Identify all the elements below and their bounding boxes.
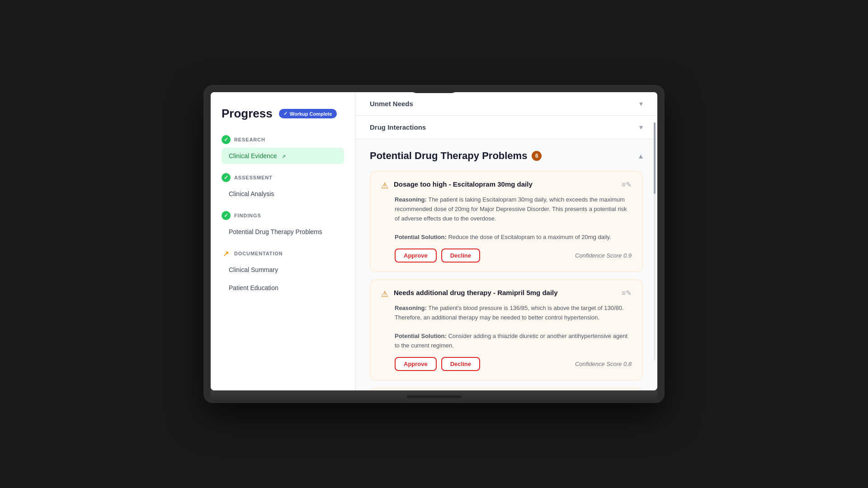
sidebar: Progress ✓ Workup Complete ✓ RESEARCH Cl…	[211, 92, 355, 390]
progress-title: Progress	[222, 107, 273, 121]
problem-actions-2: Approve Decline Confidence Score 0.8	[395, 357, 632, 371]
warning-icon-1: ⚠	[381, 181, 388, 191]
check-icon: ✓	[283, 111, 288, 117]
confidence-score-2: Confidence Score 0.8	[575, 361, 632, 367]
solution-label-1: Potential Solution:	[395, 234, 448, 240]
sidebar-item-patient-education[interactable]: Patient Education	[222, 280, 344, 296]
laptop-notch	[411, 85, 457, 93]
sidebar-header: Progress ✓ Workup Complete	[222, 107, 344, 121]
problem-actions-1: Approve Decline Confidence Score 0.9	[395, 249, 632, 263]
findings-check-icon: ✓	[222, 211, 231, 220]
problems-section: Potential Drug Therapy Problems 6 ▴ ⚠ Do…	[355, 139, 657, 390]
problem-title-1: Dosage too high - Escitalopram 30mg dail…	[394, 180, 616, 188]
sidebar-item-clinical-analysis[interactable]: Clinical Analysis	[222, 186, 344, 202]
problem-card-2: ⚠ Needs additional drug therapy - Ramipr…	[370, 279, 643, 380]
scrollbar-track[interactable]	[654, 122, 656, 361]
section-label-research: ✓ RESEARCH	[222, 135, 344, 144]
solution-label-2: Potential Solution:	[395, 333, 448, 339]
workup-label: Workup Complete	[290, 111, 332, 117]
documentation-arrow-icon: ↗	[222, 249, 231, 258]
nav-section-assessment: ✓ ASSESSMENT Clinical Analysis	[222, 173, 344, 202]
laptop-base	[211, 390, 657, 403]
problem-body-1: Reasoning: The patient is taking Escital…	[395, 195, 632, 242]
workup-badge: ✓ Workup Complete	[279, 109, 337, 118]
action-buttons-1: Approve Decline	[395, 249, 480, 263]
problem-body-2: Reasoning: The patient's blood pressure …	[395, 304, 632, 351]
nav-section-findings: ✓ FINDINGS Potential Drug Therapy Proble…	[222, 211, 344, 240]
action-buttons-2: Approve Decline	[395, 357, 480, 371]
sidebar-item-clinical-summary[interactable]: Clinical Summary	[222, 262, 344, 278]
section-label-findings: ✓ FINDINGS	[222, 211, 344, 220]
assessment-check-icon: ✓	[222, 173, 231, 182]
problem-title-2: Needs additional drug therapy - Ramipril…	[394, 289, 616, 296]
problems-count-badge: 6	[532, 151, 542, 161]
nav-section-research: ✓ RESEARCH Clinical Evidence ↗	[222, 135, 344, 164]
external-link-icon: ↗	[282, 154, 286, 159]
decline-button-2[interactable]: Decline	[441, 357, 480, 371]
confidence-score-1: Confidence Score 0.9	[575, 252, 632, 259]
problem-card-3: ⚠ Dosage too high - Spiriva Respimat 2.5…	[370, 388, 643, 390]
problem-card-2-header: ⚠ Needs additional drug therapy - Ramipr…	[381, 289, 632, 299]
sidebar-item-potential-drug-therapy[interactable]: Potential Drug Therapy Problems	[222, 224, 344, 240]
reasoning-label-2: Reasoning:	[395, 305, 428, 311]
problem-card-1: ⚠ Dosage too high - Escitalopram 30mg da…	[370, 171, 643, 272]
approve-button-1[interactable]: Approve	[395, 249, 437, 263]
problems-section-header: Potential Drug Therapy Problems 6 ▴	[370, 150, 643, 162]
warning-icon-2: ⚠	[381, 289, 388, 299]
unmet-needs-title: Unmet Needs	[370, 100, 413, 108]
scrollbar-thumb[interactable]	[654, 122, 656, 194]
laptop-frame: Progress ✓ Workup Complete ✓ RESEARCH Cl…	[203, 85, 665, 403]
drug-interactions-section-header[interactable]: Drug Interactions ▾	[355, 116, 657, 139]
section-label-documentation: ↗ DOCUMENTATION	[222, 249, 344, 258]
edit-icon-2[interactable]: ≡✎	[622, 289, 632, 297]
nav-section-documentation: ↗ DOCUMENTATION Clinical Summary Patient…	[222, 249, 344, 296]
approve-button-2[interactable]: Approve	[395, 357, 437, 371]
unmet-needs-chevron-icon: ▾	[639, 99, 643, 108]
laptop-base-notch	[407, 395, 461, 398]
problems-section-title: Potential Drug Therapy Problems 6	[370, 150, 542, 162]
problem-card-1-header: ⚠ Dosage too high - Escitalopram 30mg da…	[381, 180, 632, 191]
decline-button-1[interactable]: Decline	[441, 249, 480, 263]
section-label-assessment: ✓ ASSESSMENT	[222, 173, 344, 182]
main-content: Unmet Needs ▾ Drug Interactions ▾ Potent…	[355, 92, 657, 390]
unmet-needs-section-header[interactable]: Unmet Needs ▾	[355, 92, 657, 116]
research-check-icon: ✓	[222, 135, 231, 144]
edit-icon-1[interactable]: ≡✎	[622, 180, 632, 189]
sidebar-item-clinical-evidence[interactable]: Clinical Evidence ↗	[222, 148, 344, 164]
problems-collapse-icon[interactable]: ▴	[639, 151, 643, 161]
drug-interactions-title: Drug Interactions	[370, 123, 426, 131]
drug-interactions-chevron-icon: ▾	[639, 123, 643, 131]
laptop-screen: Progress ✓ Workup Complete ✓ RESEARCH Cl…	[211, 92, 657, 390]
reasoning-label-1: Reasoning:	[395, 196, 428, 203]
